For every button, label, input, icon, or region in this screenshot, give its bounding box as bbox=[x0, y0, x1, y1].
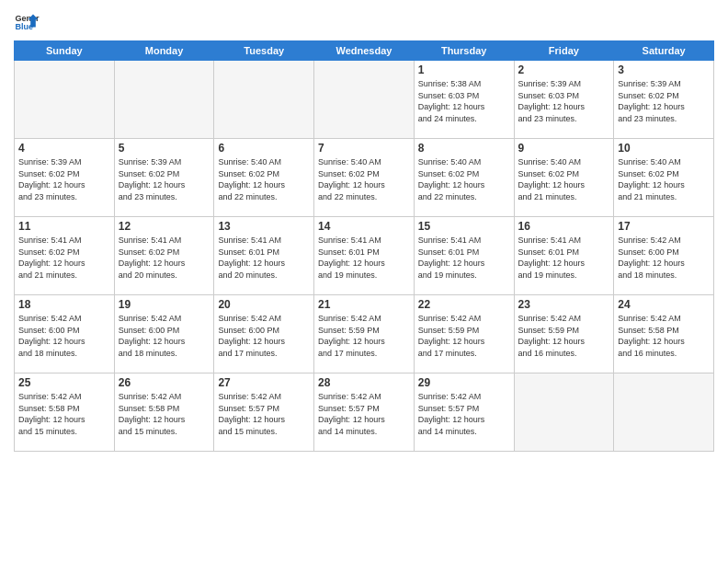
day-number: 12 bbox=[119, 220, 210, 233]
week-row-1: 4Sunrise: 5:39 AM Sunset: 6:02 PM Daylig… bbox=[15, 139, 714, 217]
day-number: 2 bbox=[518, 63, 610, 76]
week-row-0: 1Sunrise: 5:38 AM Sunset: 6:03 PM Daylig… bbox=[15, 61, 714, 139]
cell-info: Sunrise: 5:40 AM Sunset: 6:02 PM Dayligh… bbox=[518, 156, 610, 202]
cell-info: Sunrise: 5:38 AM Sunset: 6:03 PM Dayligh… bbox=[418, 78, 510, 124]
cell-info: Sunrise: 5:42 AM Sunset: 6:00 PM Dayligh… bbox=[119, 313, 210, 359]
day-number: 1 bbox=[418, 63, 510, 76]
calendar-cell: 8Sunrise: 5:40 AM Sunset: 6:02 PM Daylig… bbox=[414, 139, 514, 217]
calendar-cell: 4Sunrise: 5:39 AM Sunset: 6:02 PM Daylig… bbox=[15, 139, 115, 217]
day-number: 4 bbox=[18, 142, 110, 155]
day-header-monday: Monday bbox=[114, 41, 214, 61]
day-number: 17 bbox=[618, 220, 710, 233]
logo-icon: General Blue bbox=[14, 9, 40, 35]
day-number: 22 bbox=[418, 298, 510, 311]
page: General Blue SundayMondayTuesdayWednesda… bbox=[0, 0, 728, 563]
calendar-cell: 1Sunrise: 5:38 AM Sunset: 6:03 PM Daylig… bbox=[414, 61, 514, 139]
week-row-3: 18Sunrise: 5:42 AM Sunset: 6:00 PM Dayli… bbox=[15, 295, 714, 373]
day-number: 27 bbox=[218, 376, 310, 389]
cell-info: Sunrise: 5:42 AM Sunset: 5:58 PM Dayligh… bbox=[18, 391, 110, 437]
cell-info: Sunrise: 5:41 AM Sunset: 6:01 PM Dayligh… bbox=[418, 235, 510, 281]
calendar-cell: 26Sunrise: 5:42 AM Sunset: 5:58 PM Dayli… bbox=[114, 373, 214, 452]
day-number: 24 bbox=[618, 298, 710, 311]
calendar-cell: 28Sunrise: 5:42 AM Sunset: 5:57 PM Dayli… bbox=[314, 373, 415, 452]
day-number: 8 bbox=[418, 142, 510, 155]
calendar-cell: 7Sunrise: 5:40 AM Sunset: 6:02 PM Daylig… bbox=[314, 139, 415, 217]
logo: General Blue bbox=[14, 9, 40, 35]
cell-info: Sunrise: 5:42 AM Sunset: 6:00 PM Dayligh… bbox=[618, 235, 710, 281]
cell-info: Sunrise: 5:40 AM Sunset: 6:02 PM Dayligh… bbox=[218, 156, 310, 202]
cell-info: Sunrise: 5:42 AM Sunset: 5:59 PM Dayligh… bbox=[318, 313, 410, 359]
calendar-cell: 24Sunrise: 5:42 AM Sunset: 5:58 PM Dayli… bbox=[614, 295, 714, 373]
day-number: 20 bbox=[218, 298, 310, 311]
calendar-cell: 13Sunrise: 5:41 AM Sunset: 6:01 PM Dayli… bbox=[214, 217, 314, 295]
day-number: 15 bbox=[418, 220, 510, 233]
calendar-cell: 11Sunrise: 5:41 AM Sunset: 6:02 PM Dayli… bbox=[15, 217, 115, 295]
calendar-cell: 12Sunrise: 5:41 AM Sunset: 6:02 PM Dayli… bbox=[114, 217, 214, 295]
calendar-cell bbox=[314, 61, 415, 139]
calendar-cell bbox=[15, 61, 115, 139]
calendar-table: SundayMondayTuesdayWednesdayThursdayFrid… bbox=[14, 40, 714, 452]
cell-info: Sunrise: 5:42 AM Sunset: 5:57 PM Dayligh… bbox=[418, 391, 510, 437]
calendar-cell: 22Sunrise: 5:42 AM Sunset: 5:59 PM Dayli… bbox=[414, 295, 514, 373]
calendar-cell: 21Sunrise: 5:42 AM Sunset: 5:59 PM Dayli… bbox=[314, 295, 415, 373]
calendar-cell: 17Sunrise: 5:42 AM Sunset: 6:00 PM Dayli… bbox=[614, 217, 714, 295]
cell-info: Sunrise: 5:39 AM Sunset: 6:02 PM Dayligh… bbox=[119, 156, 210, 202]
week-row-4: 25Sunrise: 5:42 AM Sunset: 5:58 PM Dayli… bbox=[15, 373, 714, 452]
calendar-cell bbox=[514, 373, 614, 452]
day-number: 28 bbox=[318, 376, 410, 389]
cell-info: Sunrise: 5:42 AM Sunset: 5:58 PM Dayligh… bbox=[119, 391, 210, 437]
cell-info: Sunrise: 5:39 AM Sunset: 6:02 PM Dayligh… bbox=[618, 78, 710, 124]
cell-info: Sunrise: 5:42 AM Sunset: 5:58 PM Dayligh… bbox=[618, 313, 710, 359]
day-number: 14 bbox=[318, 220, 410, 233]
day-header-saturday: Saturday bbox=[614, 41, 714, 61]
cell-info: Sunrise: 5:42 AM Sunset: 5:59 PM Dayligh… bbox=[518, 313, 610, 359]
day-number: 13 bbox=[218, 220, 310, 233]
calendar-cell: 14Sunrise: 5:41 AM Sunset: 6:01 PM Dayli… bbox=[314, 217, 415, 295]
cell-info: Sunrise: 5:41 AM Sunset: 6:01 PM Dayligh… bbox=[318, 235, 410, 281]
day-number: 26 bbox=[119, 376, 210, 389]
calendar-cell: 2Sunrise: 5:39 AM Sunset: 6:03 PM Daylig… bbox=[514, 61, 614, 139]
calendar-cell: 27Sunrise: 5:42 AM Sunset: 5:57 PM Dayli… bbox=[214, 373, 314, 452]
calendar-cell: 25Sunrise: 5:42 AM Sunset: 5:58 PM Dayli… bbox=[15, 373, 115, 452]
calendar-cell: 5Sunrise: 5:39 AM Sunset: 6:02 PM Daylig… bbox=[114, 139, 214, 217]
day-number: 18 bbox=[18, 298, 110, 311]
calendar-cell bbox=[614, 373, 714, 452]
day-number: 7 bbox=[318, 142, 410, 155]
day-number: 5 bbox=[119, 142, 210, 155]
day-header-friday: Friday bbox=[514, 41, 614, 61]
day-number: 6 bbox=[218, 142, 310, 155]
day-header-sunday: Sunday bbox=[15, 41, 115, 61]
day-header-wednesday: Wednesday bbox=[314, 41, 415, 61]
svg-text:Blue: Blue bbox=[15, 22, 33, 31]
day-number: 25 bbox=[18, 376, 110, 389]
day-number: 19 bbox=[119, 298, 210, 311]
cell-info: Sunrise: 5:39 AM Sunset: 6:02 PM Dayligh… bbox=[18, 156, 110, 202]
day-number: 29 bbox=[418, 376, 510, 389]
calendar-cell bbox=[114, 61, 214, 139]
cell-info: Sunrise: 5:41 AM Sunset: 6:01 PM Dayligh… bbox=[518, 235, 610, 281]
cell-info: Sunrise: 5:41 AM Sunset: 6:02 PM Dayligh… bbox=[119, 235, 210, 281]
calendar-cell bbox=[214, 61, 314, 139]
calendar-body: 1Sunrise: 5:38 AM Sunset: 6:03 PM Daylig… bbox=[15, 61, 714, 452]
day-number: 11 bbox=[18, 220, 110, 233]
week-row-2: 11Sunrise: 5:41 AM Sunset: 6:02 PM Dayli… bbox=[15, 217, 714, 295]
cell-info: Sunrise: 5:41 AM Sunset: 6:02 PM Dayligh… bbox=[18, 235, 110, 281]
day-header-tuesday: Tuesday bbox=[214, 41, 314, 61]
cell-info: Sunrise: 5:40 AM Sunset: 6:02 PM Dayligh… bbox=[318, 156, 410, 202]
calendar-cell: 19Sunrise: 5:42 AM Sunset: 6:00 PM Dayli… bbox=[114, 295, 214, 373]
calendar-cell: 18Sunrise: 5:42 AM Sunset: 6:00 PM Dayli… bbox=[15, 295, 115, 373]
cell-info: Sunrise: 5:42 AM Sunset: 6:00 PM Dayligh… bbox=[18, 313, 110, 359]
cell-info: Sunrise: 5:42 AM Sunset: 5:57 PM Dayligh… bbox=[218, 391, 310, 437]
calendar-cell: 23Sunrise: 5:42 AM Sunset: 5:59 PM Dayli… bbox=[514, 295, 614, 373]
calendar-cell: 29Sunrise: 5:42 AM Sunset: 5:57 PM Dayli… bbox=[414, 373, 514, 452]
cell-info: Sunrise: 5:40 AM Sunset: 6:02 PM Dayligh… bbox=[618, 156, 710, 202]
day-header-thursday: Thursday bbox=[414, 41, 514, 61]
calendar-cell: 10Sunrise: 5:40 AM Sunset: 6:02 PM Dayli… bbox=[614, 139, 714, 217]
header: General Blue bbox=[14, 9, 714, 35]
calendar-cell: 16Sunrise: 5:41 AM Sunset: 6:01 PM Dayli… bbox=[514, 217, 614, 295]
calendar-cell: 15Sunrise: 5:41 AM Sunset: 6:01 PM Dayli… bbox=[414, 217, 514, 295]
day-number: 16 bbox=[518, 220, 610, 233]
cell-info: Sunrise: 5:41 AM Sunset: 6:01 PM Dayligh… bbox=[218, 235, 310, 281]
cell-info: Sunrise: 5:42 AM Sunset: 5:59 PM Dayligh… bbox=[418, 313, 510, 359]
calendar-cell: 6Sunrise: 5:40 AM Sunset: 6:02 PM Daylig… bbox=[214, 139, 314, 217]
